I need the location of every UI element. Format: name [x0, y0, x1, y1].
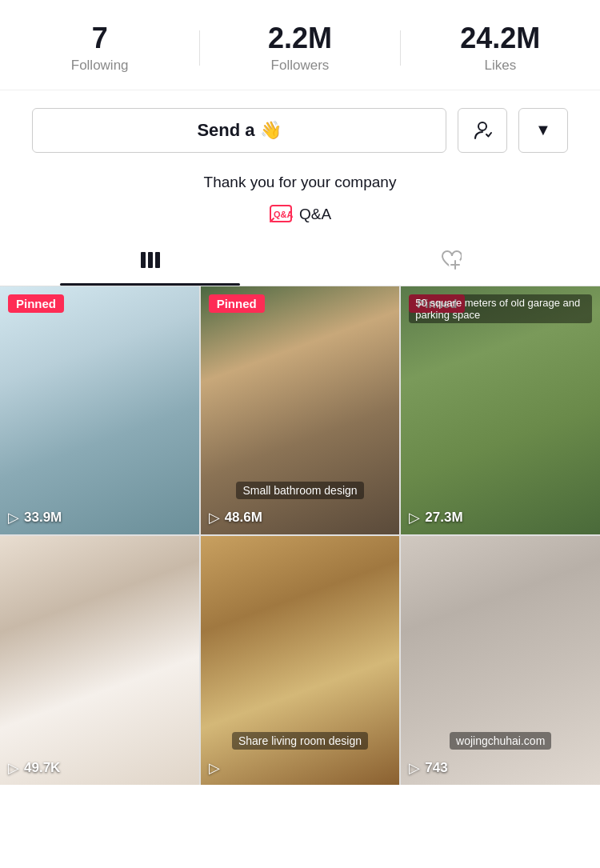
video-bottom-2: ▷48.6M — [201, 509, 400, 526]
top-caption-3: 50 square meters of old garage and parki… — [401, 294, 600, 323]
video-cell-2[interactable]: PinnedSmall bathroom design▷48.6M — [201, 286, 400, 535]
qa-icon: Q&A — [269, 202, 293, 226]
video-bottom-4: ▷49.7K — [0, 759, 199, 777]
chevron-down-icon: ▼ — [535, 121, 551, 139]
video-grid: Pinned▷33.9MPinnedSmall bathroom design▷… — [0, 286, 600, 786]
qa-label: Q&A — [299, 206, 331, 223]
video-cell-5[interactable]: Share living room design▷ — [201, 536, 400, 785]
stats-section: 7 Following 2.2M Followers 24.2M Likes — [0, 0, 600, 90]
video-bottom-3: ▷27.3M — [401, 509, 600, 526]
view-count-3: 27.3M — [425, 510, 462, 526]
play-icon-3: ▷ — [409, 509, 420, 526]
follow-button[interactable] — [458, 108, 507, 153]
view-count-2: 48.6M — [225, 510, 262, 526]
video-bottom-6: ▷743 — [401, 759, 600, 777]
tabs-section — [0, 241, 600, 286]
play-icon-4: ▷ — [8, 759, 19, 777]
follow-icon — [470, 118, 494, 142]
tab-liked[interactable] — [300, 241, 600, 286]
svg-point-0 — [478, 122, 486, 130]
view-count-1: 33.9M — [24, 510, 62, 526]
svg-text:Q&A: Q&A — [274, 210, 293, 219]
liked-tab-icon — [439, 249, 462, 277]
svg-rect-5 — [155, 252, 160, 268]
svg-rect-3 — [141, 252, 146, 268]
stat-followers[interactable]: 2.2M Followers — [200, 22, 399, 74]
video-bottom-1: ▷33.9M — [0, 509, 199, 526]
send-message-button[interactable]: Send a 👋 — [32, 108, 446, 153]
likes-count: 24.2M — [460, 22, 540, 54]
play-icon-6: ▷ — [409, 759, 420, 777]
stat-following[interactable]: 7 Following — [0, 22, 199, 74]
qa-badge[interactable]: Q&A Q&A — [269, 202, 331, 226]
play-icon-2: ▷ — [209, 509, 220, 526]
video-cell-1[interactable]: Pinned▷33.9M — [0, 286, 199, 535]
pinned-badge-2: Pinned — [209, 294, 265, 313]
view-count-6: 743 — [425, 760, 447, 776]
video-cell-4[interactable]: ▷49.7K — [0, 536, 199, 785]
more-options-button[interactable]: ▼ — [518, 108, 568, 153]
followers-label: Followers — [271, 58, 330, 74]
likes-label: Likes — [484, 58, 516, 74]
video-cell-6[interactable]: wojingchuhai.com▷743 — [401, 536, 600, 785]
followers-count: 2.2M — [268, 22, 332, 54]
bio-section: Thank you for your company Q&A Q&A — [0, 170, 600, 241]
action-section: Send a 👋 ▼ — [0, 90, 600, 170]
play-icon-1: ▷ — [8, 509, 19, 526]
video-bottom-5: ▷ — [201, 759, 400, 777]
following-label: Following — [71, 58, 129, 74]
bio-text: Thank you for your company — [204, 174, 397, 191]
svg-rect-4 — [148, 252, 153, 268]
view-count-4: 49.7K — [24, 760, 60, 776]
overlay-label-2: Small bathroom design — [201, 482, 400, 499]
overlay-label-5: Share living room design — [201, 732, 400, 750]
tab-grid[interactable] — [0, 241, 300, 286]
stat-likes[interactable]: 24.2M Likes — [401, 22, 600, 74]
following-count: 7 — [92, 22, 108, 54]
video-cell-3[interactable]: Pinned50 square meters of old garage and… — [401, 286, 600, 535]
overlay-label-6: wojingchuhai.com — [401, 732, 600, 750]
play-icon-5: ▷ — [209, 759, 220, 777]
pinned-badge-1: Pinned — [8, 294, 64, 313]
grid-tab-icon — [139, 249, 162, 277]
